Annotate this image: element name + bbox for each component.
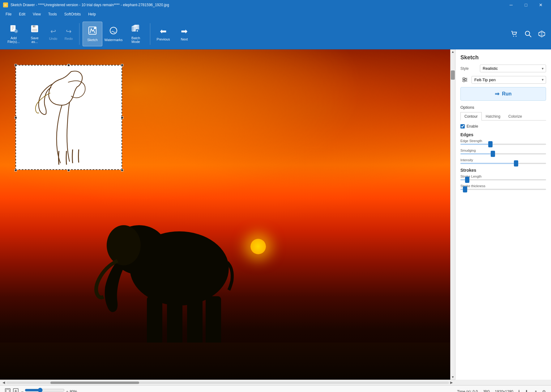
add-file-button[interactable]: Add File(s)...: [4, 22, 23, 46]
save-as-button[interactable]: Save as...: [25, 22, 45, 46]
scroll-right-button[interactable]: ▶: [449, 381, 454, 385]
svg-line-24: [529, 35, 531, 37]
previous-button[interactable]: ⬅ Previous: [153, 22, 173, 46]
3d-icon[interactable]: [536, 28, 547, 40]
edge-strength-track: [460, 144, 546, 145]
download-icon[interactable]: ⬇: [525, 389, 528, 392]
stroke-length-thumb[interactable]: [465, 177, 469, 183]
zoom-in-button[interactable]: +: [66, 389, 68, 392]
zoom-slider[interactable]: [25, 388, 65, 392]
menu-view[interactable]: View: [30, 11, 44, 18]
stroke-thickness-fill: [460, 189, 463, 190]
menu-help[interactable]: Help: [85, 11, 99, 18]
style-row: Style Realistic Pencil Charcoal Ink: [460, 65, 546, 72]
batch-mode-button[interactable]: Batch Mode: [125, 22, 147, 46]
tab-hatching[interactable]: Hatching: [482, 112, 504, 120]
next-button[interactable]: ➡ Next: [174, 22, 194, 46]
scroll-track[interactable]: [451, 54, 455, 375]
maximize-button[interactable]: □: [519, 0, 533, 10]
toolbar: Add File(s)... Save as... ↩ Undo ↪ Redo: [0, 19, 551, 49]
cart-icon[interactable]: [509, 28, 520, 40]
zoom-out-button[interactable]: −: [21, 389, 23, 392]
menu-edit[interactable]: Edit: [16, 11, 28, 18]
sketch-result-area: [15, 65, 122, 170]
smudging-thumb[interactable]: [491, 151, 495, 157]
time-label: Time (s): 0.0: [457, 390, 478, 392]
toolbar-separator-1: [79, 23, 79, 45]
ground: [0, 343, 455, 380]
svg-point-21: [513, 36, 514, 36]
settings-icon[interactable]: ⚙: [542, 389, 546, 392]
watermarks-button[interactable]: Watermarks: [104, 22, 123, 46]
enable-checkbox[interactable]: [460, 124, 465, 129]
h-scroll-track[interactable]: [6, 381, 449, 384]
minimize-button[interactable]: ─: [504, 0, 518, 10]
selection-handle-ml[interactable]: [15, 116, 17, 119]
selection-handle-tr[interactable]: [121, 64, 123, 66]
tab-colorize[interactable]: Colorize: [504, 112, 526, 120]
tab-contour[interactable]: Contour: [460, 112, 482, 120]
style-label: Style: [460, 66, 477, 71]
status-right: Time (s): 0.0 JPG 1920x1280 ℹ ⬇ ↗ ⚙: [457, 389, 546, 392]
add-file-label: Add File(s)...: [7, 36, 20, 44]
horizontal-scrollbar: ◀ ▶: [0, 380, 455, 385]
h-scroll-thumb[interactable]: [50, 381, 139, 384]
scroll-up-button[interactable]: ▲: [451, 49, 455, 54]
watermarks-icon: [109, 26, 118, 37]
share-icon[interactable]: ↗: [533, 389, 537, 392]
redo-button[interactable]: ↪ Redo: [61, 22, 76, 46]
close-button[interactable]: ✕: [534, 0, 548, 10]
scroll-left-button[interactable]: ◀: [1, 381, 6, 385]
info-icon[interactable]: ℹ: [518, 389, 520, 392]
sketch-icon: [88, 26, 97, 37]
smudging-section: Smudging: [460, 149, 546, 154]
run-arrow-icon: ⇒: [495, 91, 499, 97]
selection-handle-mr[interactable]: [121, 116, 123, 119]
canvas-area[interactable]: ▲ ▼: [0, 49, 455, 380]
svg-point-14: [110, 27, 117, 34]
svg-point-23: [525, 31, 530, 36]
scroll-down-button[interactable]: ▼: [451, 375, 455, 380]
redo-icon: ↪: [66, 27, 71, 36]
sketch-button[interactable]: Sketch: [83, 22, 102, 46]
selection-handle-bm[interactable]: [67, 169, 70, 171]
svg-rect-32: [167, 298, 182, 346]
stroke-thickness-thumb[interactable]: [463, 186, 467, 192]
menu-bar: File Edit View Tools SoftOrbits Help: [0, 10, 551, 19]
batch-mode-label: Batch Mode: [131, 36, 140, 44]
menu-file[interactable]: File: [2, 11, 15, 18]
intensity-thumb[interactable]: [514, 160, 518, 166]
svg-rect-34: [206, 296, 221, 346]
edge-strength-section: Edge Strength: [460, 139, 546, 145]
dimensions-display: 1920x1280: [495, 390, 513, 392]
svg-point-30: [107, 225, 141, 265]
run-button[interactable]: ⇒ Run: [460, 87, 546, 101]
selection-handle-tl[interactable]: [15, 64, 17, 66]
selection-handle-bl[interactable]: [15, 169, 17, 171]
previous-icon: ⬅: [160, 27, 167, 36]
previous-label: Previous: [157, 37, 170, 41]
edges-heading: Edges: [460, 132, 546, 137]
selection-handle-tm[interactable]: [67, 64, 70, 66]
scroll-thumb[interactable]: [451, 70, 455, 80]
style-select[interactable]: Realistic Pencil Charcoal Ink: [480, 65, 546, 72]
format-badge: JPG: [483, 390, 490, 392]
menu-softorbits[interactable]: SoftOrbits: [61, 11, 84, 18]
presets-select[interactable]: Felt-Tip pen Pencil Sketch Charcoal Fine…: [472, 76, 546, 84]
presets-icon[interactable]: [460, 75, 469, 84]
search-icon[interactable]: [523, 28, 534, 40]
svg-rect-17: [135, 25, 139, 30]
elephant-sketch-svg: [16, 65, 122, 169]
title-bar: ✏ Sketch Drawer - ****Unregistered versi…: [0, 0, 551, 10]
fit-screen-icon[interactable]: [5, 388, 11, 392]
vertical-scrollbar[interactable]: ▲ ▼: [450, 49, 455, 380]
window-title: Sketch Drawer - ****Unregistered version…: [11, 3, 169, 7]
menu-tools[interactable]: Tools: [45, 11, 60, 18]
style-select-wrapper: Realistic Pencil Charcoal Ink: [480, 65, 546, 72]
zoom-value: 80%: [70, 390, 77, 392]
svg-rect-42: [6, 390, 9, 392]
undo-button[interactable]: ↩ Undo: [46, 22, 61, 46]
edge-strength-thumb[interactable]: [488, 141, 493, 147]
elephant-silhouette-container: [93, 170, 247, 355]
actual-size-icon[interactable]: [13, 388, 19, 392]
